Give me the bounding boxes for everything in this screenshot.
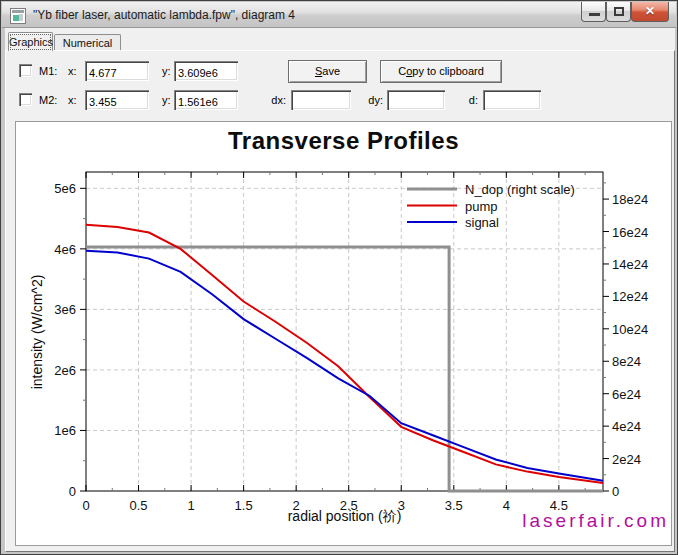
m1-x-label: x: [68, 65, 77, 77]
y-left-tick-label: 1e6 [54, 423, 76, 438]
m1-x-input[interactable] [85, 61, 149, 81]
y-left-tick-label: 3e6 [54, 302, 76, 317]
maximize-icon [614, 7, 624, 16]
minimize-button[interactable] [581, 2, 606, 22]
dy-label: dy: [358, 94, 383, 106]
m2-y-input[interactable] [174, 90, 238, 110]
m2-label: M2: [39, 94, 57, 106]
y-right-tick-label: 12e24 [612, 289, 648, 304]
y-right-tick-label: 16e24 [612, 225, 648, 240]
close-icon: ✕ [645, 4, 655, 18]
app-window: "Yb fiber laser, automatic lambda.fpw", … [0, 0, 678, 555]
m1-checkbox[interactable] [19, 64, 32, 77]
m2-y-label: y: [162, 94, 171, 106]
dx-label: dx: [261, 94, 286, 106]
plot-frame [86, 172, 603, 491]
series-n-dop-right-scale- [86, 247, 603, 491]
series-signal [86, 251, 603, 481]
titlebar: "Yb fiber laser, automatic lambda.fpw", … [2, 2, 676, 28]
y-right-tick-label: 2e24 [612, 452, 641, 467]
save-button[interactable]: Save [288, 60, 367, 83]
y-right-tick-label: 8e24 [612, 354, 641, 369]
y-left-tick-label: 0 [69, 484, 76, 499]
legend-label: N_dop (right scale) [465, 182, 575, 197]
legend-label: signal [465, 215, 499, 230]
y-left-tick-label: 5e6 [54, 181, 76, 196]
y-axis-label: intensity (W/cm^2) [29, 182, 47, 482]
save-label-post: ave [322, 65, 340, 77]
y-right-tick-label: 14e24 [612, 257, 648, 272]
icon-titlebar-stripe [12, 10, 24, 13]
dy-input[interactable] [387, 90, 445, 110]
y-left-tick-label: 2e6 [54, 363, 76, 378]
m1-label: M1: [39, 65, 57, 77]
y-right-tick-label: 0 [612, 484, 619, 499]
tab-graphics[interactable]: Graphics [8, 32, 53, 51]
window-icon diagram-icon [10, 8, 26, 24]
y-right-tick-label: 18e24 [612, 192, 648, 207]
dx-input[interactable] [291, 90, 351, 110]
d-label: d: [458, 94, 478, 106]
copy-label-pre: C [398, 65, 406, 77]
minimize-icon [589, 13, 600, 16]
copy-label-post: py to clipboard [412, 65, 484, 77]
icon-detail [19, 14, 23, 21]
tab-numerical-data[interactable]: Numerical data [54, 34, 121, 51]
m2-x-label: x: [68, 94, 77, 106]
m2-x-input[interactable] [85, 90, 149, 110]
window-content: Graphics Numerical data M1: x: y: Save C… [5, 28, 675, 552]
y-left-tick-label: 4e6 [54, 242, 76, 257]
copy-to-clipboard-button[interactable]: Copy to clipboard [380, 60, 502, 83]
legend-label: pump [465, 199, 498, 214]
y-right-tick-label: 4e24 [612, 419, 641, 434]
close-button[interactable]: ✕ [631, 2, 669, 22]
tab-focus-rect [11, 35, 50, 49]
d-input[interactable] [483, 90, 541, 110]
m2-checkbox[interactable] [19, 93, 32, 106]
y-right-tick-label: 10e24 [612, 322, 648, 337]
m1-y-label: y: [162, 65, 171, 77]
graphics-tab-page: M1: x: y: Save Copy to clipboard M2: x: … [5, 50, 675, 552]
maximize-button[interactable] [606, 2, 631, 22]
plot-svg: 00.511.522.533.544.501e62e63e64e65e602e2… [16, 122, 671, 545]
m1-y-input[interactable] [174, 61, 238, 81]
window-title: "Yb fiber laser, automatic lambda.fpw", … [33, 8, 295, 22]
y-right-tick-label: 6e24 [612, 387, 641, 402]
chart-panel: Transverse Profiles 00.511.522.533.544.5… [15, 121, 672, 546]
watermark: laserfair.com [522, 510, 669, 532]
series-pump [86, 225, 603, 483]
